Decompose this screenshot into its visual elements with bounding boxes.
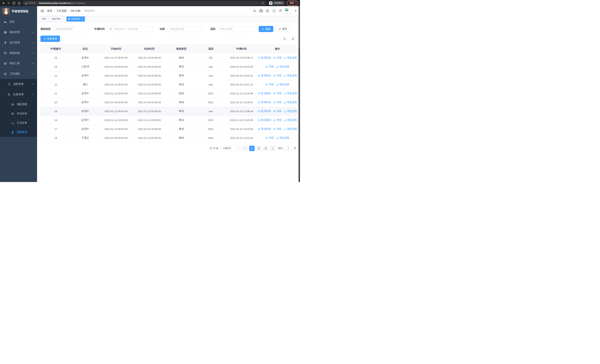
page-button-2[interactable]: 2 [256, 146, 262, 151]
github-icon[interactable] [259, 9, 263, 13]
detail-action-link[interactable]: 详情 [265, 65, 274, 68]
breadcrumb-item[interactable]: 工作流程 [56, 9, 67, 13]
cell-leave-type: 事假 [166, 116, 197, 125]
sidebar-item-workflow[interactable]: 工作流程 [0, 69, 37, 79]
font-size-icon[interactable]: TT [279, 9, 282, 13]
reload-icon[interactable] [12, 1, 16, 5]
refresh-table-button[interactable] [290, 36, 296, 42]
progress-action-link[interactable]: 审批进度 [276, 65, 289, 68]
progress-action-link[interactable]: 审批进度 [284, 110, 297, 113]
cancel-action-link[interactable]: 取消请假 [258, 101, 271, 104]
cell-actions: 取消请假详情审批进度 [258, 56, 297, 59]
cell-actions: 详情审批进度 [258, 136, 297, 140]
goto-page-input[interactable] [284, 146, 292, 151]
cell-apply-id: 21 [40, 89, 71, 98]
sidebar-item-label: 任务管理 [13, 93, 24, 96]
detail-action-link[interactable]: 详情 [265, 136, 274, 140]
progress-action-link[interactable]: 审批进度 [276, 136, 289, 140]
close-icon[interactable]: ✕ [62, 18, 63, 20]
search-icon[interactable] [253, 9, 256, 13]
page-button-3[interactable]: 3 [263, 146, 268, 151]
tab-home[interactable]: 首页 [40, 17, 48, 21]
cancel-action-link[interactable]: 取消请假 [258, 118, 271, 122]
page-size-select[interactable]: 10条/页 [221, 146, 240, 151]
sidebar-item-devtools[interactable]: 研发工具 [0, 58, 37, 69]
sidebar-item-payment[interactable]: ¥ 支付管理 [0, 37, 37, 48]
tab-leave-query[interactable]: 请假查询✕ [66, 17, 85, 21]
progress-action-link[interactable]: 审批进度 [284, 74, 297, 77]
detail-action-link[interactable]: 详情 [273, 127, 281, 131]
detail-action-link[interactable]: 详情 [273, 92, 281, 95]
breadcrumb-item[interactable]: OA 示例 [71, 9, 80, 13]
menu-fold-icon[interactable] [40, 9, 44, 13]
detail-action-link[interactable]: 详情 [273, 74, 281, 77]
prev-page-button[interactable]: ‹ [242, 146, 248, 151]
chevron-down-icon[interactable] [295, 10, 297, 11]
create-leave-button[interactable]: 发起请假 [40, 36, 60, 42]
tab-process-detail[interactable]: 流程详情✕ [50, 17, 65, 21]
page-scrollbar[interactable] [299, 6, 300, 182]
sidebar-item-system[interactable]: 系统管理 [0, 27, 37, 37]
detail-action-link[interactable]: 详情 [273, 118, 281, 122]
next-page-button[interactable]: › [270, 146, 275, 151]
browser-update-button[interactable]: 更新 [287, 1, 298, 6]
detail-action-link[interactable]: 详情 [265, 83, 274, 86]
cancel-action-link[interactable]: 取消请假 [258, 127, 271, 131]
sidebar-item-task-mgmt[interactable]: 任务管理 [0, 89, 37, 100]
page-button-1[interactable]: 1 [249, 146, 255, 151]
app-logo[interactable]: 芋道管理系统 [0, 6, 37, 17]
sidebar-item-todo-tasks[interactable]: 待办任务 [0, 109, 37, 118]
url-path: /bpm/oa/leave [71, 2, 85, 4]
detail-action-link[interactable]: 详情 [273, 110, 281, 113]
date-range-picker[interactable]: 开始日期 - 结束日期 [107, 26, 153, 32]
table-row: 24 已取消 2022-01-03 00:00:00 2022-01-26 00… [40, 62, 297, 71]
bookmark-star-icon[interactable] [262, 2, 264, 4]
breadcrumb-item[interactable]: 首页 [47, 9, 52, 13]
progress-action-link[interactable]: 审批进度 [284, 56, 297, 59]
leave-type-select[interactable]: 请选择请假类型 [53, 26, 89, 32]
robot-face-icon [11, 103, 14, 106]
end-date-placeholder[interactable]: 结束日期 [128, 28, 138, 31]
avatar[interactable] [285, 8, 291, 14]
sidebar-item-process-mgmt[interactable]: 流程管理 [0, 79, 37, 89]
cell-apply-time: 2022-01-22 23:53:35 [225, 62, 258, 71]
progress-action-link[interactable]: 审批进度 [284, 101, 297, 104]
cell-apply-time: 2022-01-22 23:46:04 [225, 107, 258, 116]
kebab-menu-icon[interactable] [296, 2, 296, 5]
progress-action-link[interactable]: 审批进度 [284, 92, 297, 95]
security-label[interactable]: 不安全 [28, 1, 36, 5]
progress-action-link[interactable]: 审批进度 [276, 83, 289, 86]
incognito-badge: 无痕模式 [268, 1, 285, 6]
address-bar[interactable]: 不安全 dashboard.yudao.iocoder.cn/bpm/oa/le… [23, 1, 266, 5]
sidebar-item-done-tasks[interactable]: 已办任务 [0, 118, 37, 128]
cell-status: 处理中 [71, 53, 99, 62]
cancel-action-link[interactable]: 取消请假 [258, 110, 271, 113]
start-date-placeholder[interactable]: 开始日期 [114, 28, 124, 31]
sidebar-item-infra[interactable]: 基础设施 [0, 48, 37, 58]
breadcrumb-separator: / [54, 9, 55, 12]
fullscreen-icon[interactable] [272, 9, 276, 13]
reset-button[interactable]: 重置 [276, 26, 290, 32]
forward-icon[interactable] [7, 1, 10, 5]
close-icon[interactable]: ✕ [81, 18, 83, 20]
sidebar-item-my-process[interactable]: 我的流程 [0, 100, 37, 109]
cancel-action-link[interactable]: 取消请假 [258, 74, 271, 77]
result-select[interactable]: 请选择流结果 [167, 26, 204, 32]
toggle-search-button[interactable] [281, 36, 288, 42]
progress-action-link[interactable]: 审批进度 [284, 127, 297, 131]
scrollbar-thumb[interactable] [299, 6, 300, 49]
home-icon[interactable] [18, 1, 21, 5]
sidebar-item-leave-query[interactable]: 请假查询 [0, 128, 37, 137]
search-button[interactable]: 搜索 [259, 26, 273, 32]
detail-action-link[interactable]: 详情 [273, 56, 281, 59]
back-icon[interactable] [2, 1, 5, 5]
sidebar-item-label: 基础设施 [9, 51, 20, 55]
detail-action-link[interactable]: 详情 [273, 101, 281, 104]
help-icon[interactable] [266, 9, 269, 13]
cancel-action-link[interactable]: 取消请假 [258, 92, 271, 95]
update-label[interactable]: 更新 [290, 1, 294, 5]
reason-input[interactable]: 请输入原因 [218, 26, 254, 32]
progress-action-link[interactable]: 审批进度 [284, 118, 297, 122]
sidebar-item-home[interactable]: 首页 [0, 17, 37, 27]
cancel-action-link[interactable]: 取消请假 [258, 56, 271, 59]
